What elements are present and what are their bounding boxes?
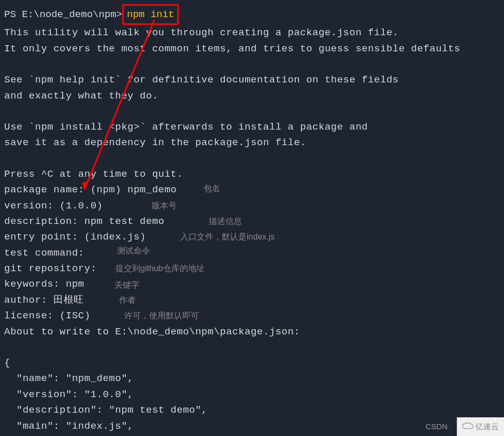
help-text-2: and exactly what they do. [4, 88, 500, 104]
install-text-1: Use `npm install <pkg>` afterwards to in… [4, 119, 500, 135]
prompt-keywords[interactable]: keywords: npm [4, 276, 500, 292]
csdn-watermark: CSDN [420, 417, 453, 436]
shell-prompt: PS E:\node_demo\npm> [4, 7, 122, 22]
brand-text: 亿速云 [476, 420, 499, 433]
watermark: CSDN 亿速云 [420, 417, 504, 436]
prompt-version[interactable]: version: (1.0.0) [4, 198, 500, 214]
prompt-license[interactable]: license: (ISC) [4, 308, 500, 324]
annotation-package-name: 包名 [204, 182, 220, 195]
annotation-keywords: 关键字 [114, 278, 139, 292]
about-to-write: About to write to E:\node_demo\npm\packa… [4, 324, 500, 340]
annotation-description: 描述信息 [209, 215, 242, 228]
json-version: "version": "1.0.0", [4, 387, 500, 402]
annotation-entry-point: 入口文件，默认是index.js [180, 230, 275, 244]
annotation-version: 版本号 [152, 199, 177, 213]
annotation-test-command: 测试命令 [117, 244, 150, 258]
npm-init-command: npm init [122, 4, 179, 25]
prompt-package-name[interactable]: package name: (npm) npm_demo [4, 182, 500, 198]
json-open-brace: { [4, 355, 500, 371]
intro-text-1: This utility will walk you through creat… [4, 25, 500, 40]
json-name: "name": "npm_demo", [4, 371, 500, 386]
command-line: PS E:\node_demo\npm> npm init [4, 4, 500, 25]
annotation-author: 作者 [119, 293, 136, 307]
annotation-license: 许可，使用默认即可 [124, 309, 199, 322]
prompt-author[interactable]: author: 田根旺 [4, 292, 500, 308]
brand-watermark: 亿速云 [457, 417, 504, 436]
cloud-icon [462, 423, 473, 431]
prompt-git-repository[interactable]: git repository: [4, 261, 500, 276]
install-text-2: save it as a dependency in the package.j… [4, 135, 500, 150]
intro-text-2: It only covers the most common items, an… [4, 41, 500, 57]
help-text-1: See `npm help init` for definitive docum… [4, 72, 500, 88]
annotation-git-repository: 提交到github仓库的地址 [116, 262, 205, 275]
terminal-output: PS E:\node_demo\npm> npm init This utili… [4, 4, 500, 434]
quit-instruction: Press ^C at any time to quit. [4, 166, 500, 182]
prompt-test-command[interactable]: test command: [4, 245, 500, 261]
prompt-description[interactable]: description: npm test demo [4, 214, 500, 229]
json-description: "description": "npm test demo", [4, 402, 500, 418]
